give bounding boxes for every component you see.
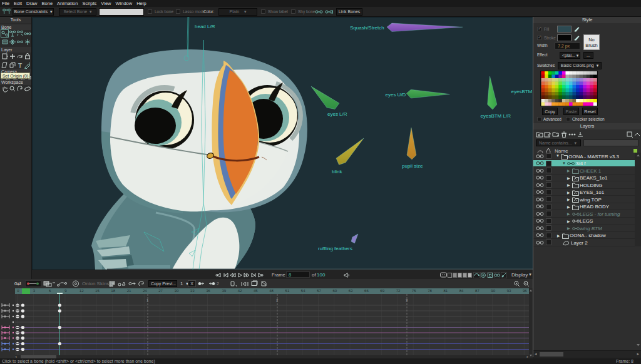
- svg-text:2: 2: [217, 281, 219, 286]
- svg-text:T: T: [18, 62, 22, 69]
- svg-text:eyes U/D: eyes U/D: [386, 92, 406, 98]
- svg-text:pupil size: pupil size: [402, 163, 423, 169]
- svg-text:head L/R: head L/R: [195, 24, 215, 29]
- svg-text:eyesBTM L/R: eyesBTM L/R: [481, 113, 511, 119]
- svg-text:Squash/Stretch: Squash/Stretch: [350, 25, 384, 31]
- svg-text:2: 2: [276, 298, 279, 302]
- svg-text:1: 1: [146, 298, 149, 302]
- svg-text:eyesBTM L: eyesBTM L: [511, 89, 533, 94]
- svg-text:eyes L/R: eyes L/R: [327, 111, 347, 117]
- svg-text:blink: blink: [332, 169, 342, 174]
- svg-text:ruffling feathers: ruffling feathers: [318, 246, 352, 251]
- svg-text:3: 3: [406, 298, 408, 302]
